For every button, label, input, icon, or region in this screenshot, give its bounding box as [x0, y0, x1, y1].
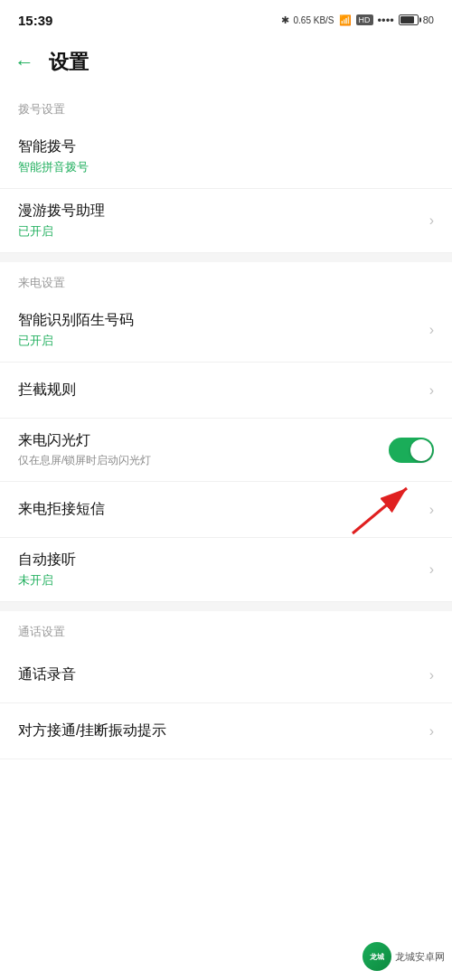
hd-badge: HD	[356, 14, 373, 25]
list-item-roaming-dial[interactable]: 漫游拨号助理 已开启 ›	[0, 189, 452, 253]
item-content: 自动接听 未开启	[18, 551, 76, 589]
chevron-icon: ›	[429, 724, 434, 739]
signal-icon: ••••	[378, 14, 394, 27]
watermark-logo: 龙城	[363, 942, 391, 971]
item-title: 来电拒接短信	[18, 500, 105, 519]
status-icons: ✱ 0.65 KB/S 📶 HD •••• 80	[281, 14, 435, 27]
network-speed: 0.65 KB/S	[294, 15, 334, 25]
list-item-auto-answer[interactable]: 自动接听 未开启 ›	[0, 538, 452, 602]
item-content: 来电拒接短信	[18, 500, 105, 519]
item-subtitle: 未开启	[18, 572, 76, 589]
item-title: 通话录音	[18, 665, 76, 684]
item-title: 漫游拨号助理	[18, 202, 105, 221]
item-subtitle-gray: 仅在息屏/锁屏时启动闪光灯	[18, 453, 151, 468]
battery-icon	[399, 14, 419, 25]
bluetooth-icon: ✱	[281, 14, 289, 26]
chevron-icon: ›	[429, 562, 434, 577]
list-item-call-record[interactable]: 通话录音 ›	[0, 647, 452, 703]
item-content: 通话录音	[18, 665, 76, 684]
item-title: 智能识别陌生号码	[18, 311, 134, 330]
watermark: 龙城 龙城安卓网	[363, 942, 445, 971]
status-bar: 15:39 ✱ 0.65 KB/S 📶 HD •••• 80	[0, 0, 452, 36]
section-label-incoming: 来电设置	[0, 262, 452, 298]
list-item-block-rules[interactable]: 拦截规则 ›	[0, 363, 452, 419]
chevron-icon: ›	[429, 668, 434, 683]
section-label-dial: 拨号设置	[0, 89, 452, 125]
section-divider-2	[0, 602, 452, 611]
item-title: 来电闪光灯	[18, 431, 151, 450]
item-title: 自动接听	[18, 551, 76, 570]
item-title: 拦截规则	[18, 381, 76, 400]
item-content: 来电闪光灯 仅在息屏/锁屏时启动闪光灯	[18, 431, 151, 468]
item-content: 漫游拨号助理 已开启	[18, 202, 105, 240]
item-content: 拦截规则	[18, 381, 76, 400]
back-button[interactable]: ←	[14, 52, 34, 72]
list-item-smart-dial[interactable]: 智能拨号 智能拼音拨号	[0, 125, 452, 189]
toggle-knob	[410, 439, 432, 461]
section-divider-1	[0, 253, 452, 262]
item-title: 智能拨号	[18, 137, 89, 156]
list-item-identify-stranger[interactable]: 智能识别陌生号码 已开启 ›	[0, 298, 452, 363]
item-content: 智能拨号 智能拼音拨号	[18, 137, 89, 175]
chevron-icon: ›	[429, 323, 434, 337]
battery-percent: 80	[423, 14, 434, 25]
list-item-reject-sms[interactable]: 来电拒接短信 ›	[0, 482, 452, 538]
item-title: 对方接通/挂断振动提示	[18, 721, 166, 740]
section-label-call: 通话设置	[0, 611, 452, 647]
item-subtitle: 已开启	[18, 333, 134, 349]
watermark-text: 龙城安卓网	[395, 950, 445, 964]
page-title: 设置	[49, 49, 89, 76]
status-time: 15:39	[18, 13, 52, 28]
chevron-icon: ›	[429, 213, 434, 228]
chevron-icon: ›	[429, 383, 434, 398]
item-content: 智能识别陌生号码 已开启	[18, 311, 134, 349]
wifi-icon: 📶	[339, 14, 352, 26]
item-content: 对方接通/挂断振动提示	[18, 721, 166, 740]
battery-fill	[400, 16, 414, 24]
list-item-flash-light[interactable]: 来电闪光灯 仅在息屏/锁屏时启动闪光灯	[0, 419, 452, 482]
header: ← 设置	[0, 36, 452, 89]
flash-light-toggle[interactable]	[389, 438, 434, 463]
chevron-icon: ›	[429, 503, 434, 517]
item-subtitle: 已开启	[18, 223, 105, 240]
list-item-vibration-tip[interactable]: 对方接通/挂断振动提示 ›	[0, 703, 452, 759]
item-subtitle: 智能拼音拨号	[18, 159, 89, 175]
